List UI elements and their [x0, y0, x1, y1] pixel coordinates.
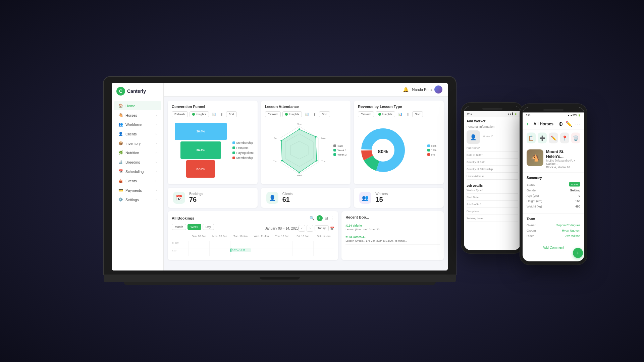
weight-value: 480	[575, 205, 580, 208]
inventory-icon: 📦	[118, 141, 123, 145]
share-icon[interactable]: ⊕	[558, 121, 563, 127]
funnel-bar-prospect: 36.4%	[180, 141, 221, 159]
refresh-button-attendance[interactable]: Refresh	[265, 111, 281, 117]
fullname-field: Full Name*	[467, 146, 518, 152]
sidebar-item-clients[interactable]: 👤 Clients ›	[114, 129, 161, 138]
tab-month[interactable]: Month	[172, 224, 186, 230]
chevron-right-icon: ›	[156, 132, 157, 136]
sort-button-attendance[interactable]: Sort	[319, 111, 330, 117]
sidebar-item-nutrition[interactable]: 🌿 Nutrition ›	[114, 148, 161, 157]
stat-workers: 👥 Workers 15	[354, 188, 444, 208]
add-action-btn[interactable]: ➕	[538, 133, 547, 143]
chart-icon-export3[interactable]: ⬆	[405, 112, 411, 117]
sidebar-item-home[interactable]: 🏠 Home	[114, 101, 161, 110]
insights-button-attendance[interactable]: Insights	[282, 111, 302, 117]
calendar-grid: Sun, 08 Jan Mon, 09 Jan Tue, 10 Jan Wed,…	[172, 235, 334, 256]
sidebar-item-scheduling[interactable]: 📅 Scheduling ›	[114, 167, 161, 176]
all-bookings-card: All Bookings 🔍 + ⊟ ⋮	[168, 211, 338, 260]
booking-event[interactable]: 9:37 – 10:37	[230, 248, 251, 252]
svg-text:Wed: Wed	[297, 174, 302, 177]
back-chevron-icon[interactable]: ‹	[527, 121, 528, 127]
profile-photo-placeholder: 👤	[467, 130, 480, 144]
avatar	[434, 85, 442, 94]
sidebar-item-horses[interactable]: 🐴 Horses ›	[114, 111, 161, 120]
more-icon[interactable]: ⋯	[575, 121, 580, 127]
horse-header-actions: ⊕ ✏️ ⋯	[558, 121, 580, 127]
revenue-lesson-card: Revenue by Lesson Type Refresh Insights …	[354, 101, 444, 184]
sidebar-item-workforce[interactable]: 👥 Workforce ›	[114, 120, 161, 129]
clients-icon: 👤	[118, 132, 123, 136]
search-icon[interactable]: 🔍	[310, 216, 315, 221]
next-week-button[interactable]: ›	[307, 225, 313, 232]
menu-icon[interactable]: ⋮	[330, 216, 334, 221]
funnel-chart-container: 36.4% 36.4% 27.3% Membership	[172, 120, 254, 180]
chart-icon-bar[interactable]: 📊	[211, 112, 217, 117]
summary-title: Summary	[527, 176, 580, 180]
sidebar-logo: C Canterly	[112, 83, 163, 100]
delete-action-btn[interactable]: 🗑️	[571, 133, 580, 143]
add-booking-button[interactable]: +	[317, 215, 323, 221]
sidebar-item-events[interactable]: 🎪 Events ›	[114, 176, 161, 185]
phone-horses-notch	[523, 107, 584, 113]
notification-icon[interactable]: 🔔	[403, 87, 409, 92]
chart-icon-export2[interactable]: ⬆	[312, 112, 317, 117]
team-row-owner: Owner Sophia Rodriguez	[527, 224, 580, 227]
pie-legend: 80% 12% 8%	[427, 144, 436, 156]
add-icon: ➕	[539, 135, 545, 141]
svg-text:80%: 80%	[378, 148, 388, 154]
worker-id-field[interactable]	[483, 138, 518, 139]
calendar-picker-icon[interactable]: 📅	[330, 227, 334, 230]
sidebar-item-breeding[interactable]: 🔬 Breeding ›	[114, 158, 161, 167]
lesson-attendance-card: Lesson Attendance Refresh Insights 📊	[261, 101, 351, 184]
svg-point-11	[315, 136, 316, 137]
stat-clients: 👤 Clients 61	[261, 188, 351, 208]
chart-icon-export[interactable]: ⬆	[219, 112, 224, 117]
filter-icon[interactable]: ⊟	[325, 216, 328, 221]
summary-row-weight: Weight (kg) 480	[527, 205, 580, 208]
booking-link-123[interactable]: #123 James J...	[345, 235, 366, 239]
sidebar-item-settings[interactable]: ⚙️ Settings ›	[114, 195, 161, 204]
refresh-button-revenue[interactable]: Refresh	[358, 111, 374, 117]
horses-header-title: All Horses	[533, 121, 553, 126]
phone-horses-device: 9:41 ▲ ● 96% 🔋 ‹ All Horses ⊕ ✏️ ⋯ 📋	[520, 104, 587, 265]
calendar-icon: 📅	[176, 195, 182, 201]
floating-add-button[interactable]: +	[573, 248, 583, 258]
col-sun: Sun, 08 Jan	[189, 235, 209, 238]
age-label: Age (yrs)	[527, 194, 539, 197]
refresh-button-funnel[interactable]: Refresh	[172, 111, 188, 117]
sort-button-funnel[interactable]: Sort	[226, 111, 237, 117]
svg-text:Thu: Thu	[273, 160, 277, 163]
edit-icon[interactable]: ✏️	[566, 121, 572, 127]
svg-text:Sat: Sat	[274, 137, 277, 140]
chart-icon-bar3[interactable]: 📊	[397, 112, 404, 117]
pin-action-btn[interactable]: 📍	[560, 133, 569, 143]
bookings-label: Bookings	[189, 192, 203, 196]
document-action-btn[interactable]: 📋	[527, 133, 536, 143]
phone-horses-screen: 9:41 ▲ ● 96% 🔋 ‹ All Horses ⊕ ✏️ ⋯ 📋	[523, 107, 584, 261]
col-wed: Wed, 11 Jan	[251, 235, 272, 238]
tab-day[interactable]: Day	[203, 224, 214, 230]
time-allday: all-day	[172, 241, 189, 248]
tab-week[interactable]: Week	[187, 224, 201, 230]
sidebar-nav: 🏠 Home 🐴 Horses ›	[112, 100, 163, 270]
chart-icon-bar2[interactable]: 📊	[304, 112, 310, 117]
booking-link-124[interactable]: #124 Valerie	[345, 224, 362, 227]
team-title: Team	[527, 217, 580, 221]
edit-action-btn[interactable]: ✏️	[549, 133, 558, 143]
start-date-field: Start Date	[467, 196, 518, 201]
prev-week-button[interactable]: ‹	[299, 225, 305, 232]
sort-button-revenue[interactable]: Sort	[412, 111, 423, 117]
dob-field: Date of Birth*	[467, 154, 518, 159]
horse-name: Mount St. Helen's...	[546, 149, 580, 159]
insights-button-funnel[interactable]: Insights	[190, 111, 209, 117]
recent-bookings-card: Recent Boo... #124 Valerie Lesson (Sho..…	[341, 211, 444, 260]
sidebar-item-payments[interactable]: 💳 Payments ›	[114, 186, 161, 195]
insights-button-revenue[interactable]: Insights	[376, 111, 395, 117]
horses-status-bar: 9:41 ▲ ● 96% 🔋	[523, 113, 584, 118]
groom-role: Groom	[527, 229, 536, 232]
age-value: 9	[579, 194, 580, 197]
chart-toolbar-revenue: Refresh Insights 📊 ⬆ Sort	[358, 111, 440, 117]
sidebar-item-inventory[interactable]: 📦 Inventory ›	[114, 139, 161, 148]
today-button[interactable]: Today	[315, 225, 329, 231]
bottom-row: All Bookings 🔍 + ⊟ ⋮	[168, 211, 444, 260]
